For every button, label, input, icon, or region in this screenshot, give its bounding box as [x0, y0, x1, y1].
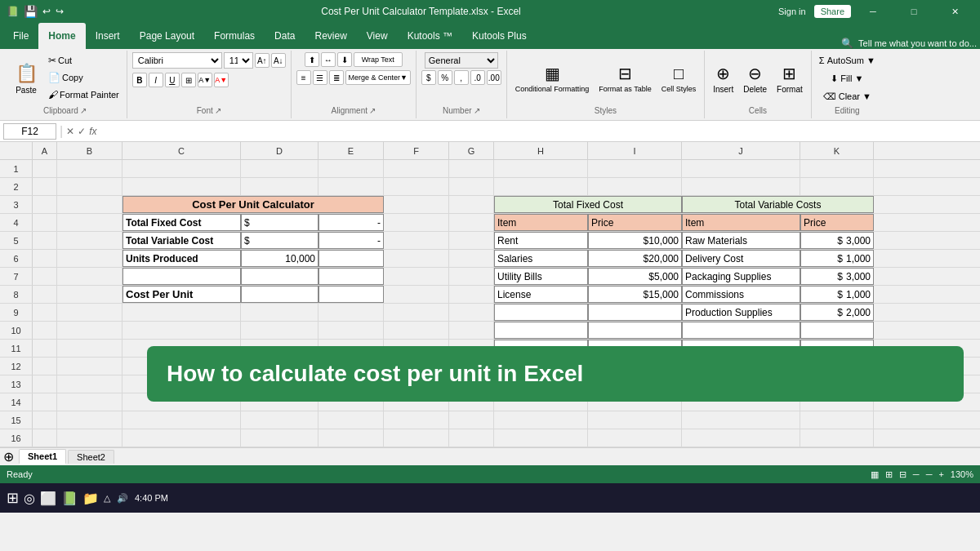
cell-e10[interactable] — [318, 322, 384, 339]
tab-insert[interactable]: Insert — [86, 23, 130, 49]
cell-f16[interactable] — [384, 429, 449, 447]
align-right-button[interactable]: ≣ — [329, 70, 344, 85]
cell-e15[interactable] — [318, 411, 384, 429]
zoom-in-button[interactable]: + — [938, 469, 943, 479]
col-header-a[interactable]: A — [33, 142, 57, 159]
cell-i4-price[interactable]: Price — [588, 214, 682, 231]
cell-i9[interactable] — [588, 304, 682, 321]
insert-function-icon[interactable]: fx — [89, 126, 96, 137]
cell-j15[interactable] — [682, 411, 800, 429]
cancel-formula-icon[interactable]: ✕ — [66, 126, 74, 137]
increase-decimal-button[interactable]: .00 — [487, 70, 501, 85]
cell-j5-rawmat[interactable]: Raw Materials — [682, 232, 800, 249]
format-button[interactable]: ⊞ Format — [773, 56, 806, 101]
cell-d7[interactable] — [241, 268, 318, 285]
cell-f9[interactable] — [384, 304, 449, 321]
cell-i10[interactable] — [588, 322, 682, 339]
cell-b2[interactable] — [57, 178, 122, 195]
col-header-c[interactable]: C — [122, 142, 241, 159]
cell-a13[interactable] — [33, 375, 57, 393]
cell-h15[interactable] — [494, 411, 588, 429]
minimize-button[interactable]: ─ — [854, 0, 892, 23]
col-header-i[interactable]: I — [588, 142, 682, 159]
sheet-tab-1[interactable]: Sheet1 — [19, 449, 66, 464]
quick-access-save[interactable]: 💾 — [24, 5, 38, 18]
cell-a5[interactable] — [33, 232, 57, 249]
cell-f7[interactable] — [384, 268, 449, 285]
cell-h4-item[interactable]: Item — [494, 214, 588, 231]
clear-button[interactable]: ⌫ Clear ▼ — [821, 88, 874, 104]
cell-h7-utility[interactable]: Utility Bills — [494, 268, 588, 285]
col-header-f[interactable]: F — [384, 142, 449, 159]
cell-e2[interactable] — [318, 178, 384, 195]
cell-h5-rent[interactable]: Rent — [494, 232, 588, 249]
cell-b3[interactable] — [57, 196, 122, 213]
cell-g2[interactable] — [449, 178, 494, 195]
number-expand-icon[interactable]: ↗ — [474, 106, 480, 115]
confirm-formula-icon[interactable]: ✓ — [78, 126, 86, 137]
cell-d1[interactable] — [241, 160, 318, 177]
cell-k6-delivery-price[interactable]: $1,000 — [800, 250, 874, 267]
cell-j8-commissions[interactable]: Commissions — [682, 286, 800, 303]
cell-g6[interactable] — [449, 250, 494, 267]
cell-e7[interactable] — [318, 268, 384, 285]
col-header-b[interactable]: B — [57, 142, 122, 159]
cell-d15[interactable] — [241, 411, 318, 429]
maximize-button[interactable]: □ — [895, 0, 933, 23]
cell-b1[interactable] — [57, 160, 122, 177]
cell-i8-license-price[interactable]: $15,000 — [588, 286, 682, 303]
cell-d16[interactable] — [241, 429, 318, 447]
align-center-button[interactable]: ☰ — [313, 70, 327, 85]
taskbar-search[interactable]: ◎ — [24, 491, 35, 506]
cell-h1[interactable] — [494, 160, 588, 177]
cell-d9[interactable] — [241, 304, 318, 321]
font-expand-icon[interactable]: ↗ — [215, 106, 221, 115]
cell-k1[interactable] — [800, 160, 874, 177]
cell-j1[interactable] — [682, 160, 800, 177]
quick-access-redo[interactable]: ↪ — [56, 6, 64, 17]
fill-button[interactable]: ⬇ Fill ▼ — [828, 70, 866, 87]
cell-d5[interactable]: $ — [241, 232, 318, 249]
col-header-k[interactable]: K — [800, 142, 874, 159]
quick-access-undo[interactable]: ↩ — [42, 6, 51, 17]
taskbar-excel[interactable]: 📗 — [61, 491, 78, 506]
sign-in-button[interactable]: Sign in — [778, 7, 806, 16]
cell-a11[interactable] — [33, 340, 57, 357]
cell-b6[interactable] — [57, 250, 122, 267]
cell-g10[interactable] — [449, 322, 494, 339]
cell-b10[interactable] — [57, 322, 122, 339]
cell-j4-item[interactable]: Item — [682, 214, 800, 231]
cell-d8[interactable] — [241, 286, 318, 303]
start-button[interactable]: ⊞ — [7, 489, 19, 507]
cell-f3[interactable] — [384, 196, 449, 213]
view-page-break-icon[interactable]: ⊟ — [899, 469, 906, 480]
cell-g7[interactable] — [449, 268, 494, 285]
cell-styles-button[interactable]: □ Cell Styles — [658, 56, 700, 101]
cell-i6-salaries-price[interactable]: $20,000 — [588, 250, 682, 267]
cell-b7[interactable] — [57, 268, 122, 285]
cut-button[interactable]: ✂ Cut — [46, 52, 122, 69]
cell-k15[interactable] — [800, 411, 874, 429]
cell-c8-cpu[interactable]: Cost Per Unit — [122, 286, 241, 303]
wrap-text-button[interactable]: Wrap Text — [354, 52, 403, 67]
align-bottom-button[interactable]: ⬇ — [337, 52, 352, 67]
comma-button[interactable]: , — [454, 70, 469, 85]
cell-c7[interactable] — [122, 268, 241, 285]
italic-button[interactable]: I — [149, 73, 163, 87]
cell-f8[interactable] — [384, 286, 449, 303]
cell-j7-packaging[interactable]: Packaging Supplies — [682, 268, 800, 285]
taskbar-triangle[interactable]: △ — [104, 493, 110, 504]
merge-center-button[interactable]: Merge & Center▼ — [345, 70, 411, 85]
cell-c1[interactable] — [122, 160, 241, 177]
zoom-slider[interactable]: ─ — [913, 469, 920, 479]
taskbar-sound[interactable]: 🔊 — [117, 493, 128, 504]
cell-g3[interactable] — [449, 196, 494, 213]
cell-a12[interactable] — [33, 358, 57, 375]
cell-k2[interactable] — [800, 178, 874, 195]
cell-i15[interactable] — [588, 411, 682, 429]
font-color-button[interactable]: A▼ — [214, 73, 229, 87]
cell-e16[interactable] — [318, 429, 384, 447]
cell-a1[interactable] — [33, 160, 57, 177]
cell-k9-prodsup-price[interactable]: $2,000 — [800, 304, 874, 321]
cell-d4[interactable]: $ — [241, 214, 318, 231]
